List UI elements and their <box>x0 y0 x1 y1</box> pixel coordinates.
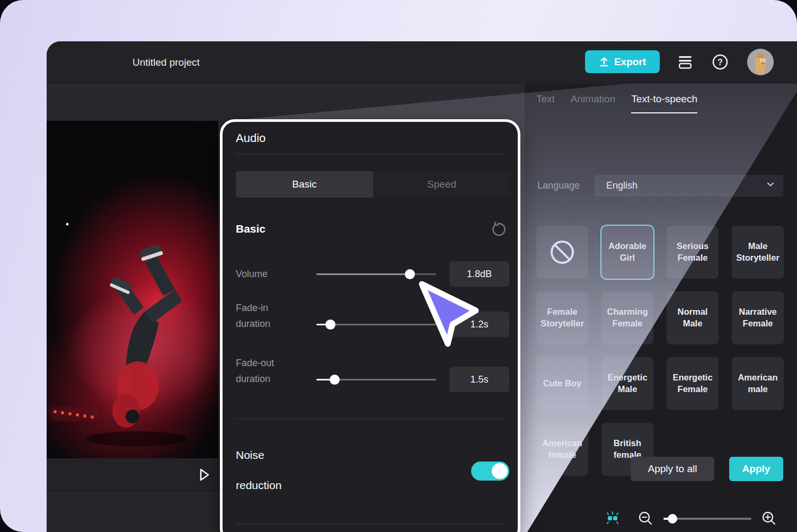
voice-tile-narrative-female[interactable]: Narrative Female <box>732 291 784 344</box>
volume-value[interactable]: 1.8dB <box>449 261 509 287</box>
divider <box>236 524 504 524</box>
voice-tile-american-female[interactable]: American female <box>536 423 588 476</box>
voice-tile-serious-female[interactable]: Serious Female <box>667 226 719 279</box>
tab-text[interactable]: Text <box>536 93 555 113</box>
project-title[interactable]: Untitled project <box>132 41 200 83</box>
reset-icon[interactable] <box>490 221 506 237</box>
volume-slider[interactable] <box>316 273 436 275</box>
voice-tile-american-male[interactable]: American male <box>732 357 784 410</box>
video-preview <box>47 121 218 458</box>
divider <box>236 419 504 419</box>
fade-in-label: Fade-in duration <box>236 300 299 332</box>
voice-tile-adorable-girl[interactable]: Adorable Girl <box>601 226 653 279</box>
apply-to-all-button[interactable]: Apply to all <box>631 457 714 481</box>
volume-slider-knob[interactable] <box>405 269 415 279</box>
basic-section-title: Basic <box>236 223 265 235</box>
tts-panel: Text Animation Text-to-speech Language E… <box>525 84 797 532</box>
fade-in-slider-knob[interactable] <box>325 320 335 330</box>
upload-icon <box>599 57 609 67</box>
voice-tile-charming-female[interactable]: Charming Female <box>601 291 653 344</box>
popup-title: Audio <box>236 131 265 145</box>
top-bar: Untitled project Export ? <box>47 41 797 83</box>
language-label: Language <box>537 180 580 191</box>
language-value: English <box>606 180 637 191</box>
fade-in-slider[interactable] <box>316 324 436 325</box>
fade-out-slider[interactable] <box>316 379 436 380</box>
voice-tile-none[interactable] <box>536 226 588 279</box>
voice-tile-energetic-female[interactable]: Energetic Female <box>667 357 719 410</box>
divider <box>236 154 504 154</box>
svg-text:?: ? <box>718 58 723 67</box>
menu-stack-icon[interactable] <box>676 53 694 71</box>
video-frame-art <box>47 121 218 458</box>
prohibition-icon <box>551 241 574 264</box>
timeline-zoom-slider[interactable] <box>663 510 751 527</box>
zoom-slider-knob[interactable] <box>668 514 677 524</box>
panel-tabs: Text Animation Text-to-speech <box>536 93 697 113</box>
audio-tabs: Basic Speed <box>236 171 510 198</box>
apply-button[interactable]: Apply <box>729 457 783 481</box>
fade-in-value[interactable]: 1.2s <box>449 312 509 337</box>
export-button[interactable]: Export <box>585 50 660 73</box>
voice-tile-male-storyteller[interactable]: Male Storyteller <box>732 226 784 279</box>
fit-to-timeline-icon[interactable] <box>604 510 621 527</box>
zoom-in-icon[interactable] <box>760 510 777 527</box>
tab-animation[interactable]: Animation <box>571 93 616 113</box>
play-button[interactable] <box>196 467 212 483</box>
voice-tile-normal-male[interactable]: Normal Male <box>667 291 719 344</box>
avatar[interactable] <box>747 49 774 75</box>
volume-label: Volume <box>236 266 268 282</box>
fade-out-label: Fade-out duration <box>236 355 299 387</box>
app-window: Text Animation Text-to-speech Language E… <box>47 41 797 532</box>
tab-text-to-speech[interactable]: Text-to-speech <box>631 93 697 113</box>
voice-tile-energetic-male[interactable]: Energetic Male <box>601 357 653 410</box>
language-dropdown[interactable]: English <box>595 175 783 197</box>
chevron-down-icon <box>766 180 775 191</box>
tab-basic[interactable]: Basic <box>236 171 373 198</box>
fade-out-slider-knob[interactable] <box>330 375 340 385</box>
timeline-zoom-bar <box>604 502 797 532</box>
tab-speed[interactable]: Speed <box>373 171 510 198</box>
help-icon[interactable]: ? <box>711 53 729 71</box>
zoom-out-icon[interactable] <box>637 510 654 527</box>
voice-tile-cute-boy[interactable]: Cute Boy <box>536 357 588 410</box>
export-label: Export <box>614 56 646 68</box>
voice-grid: Adorable GirlSerious FemaleMale Storytel… <box>536 226 785 476</box>
screenshot-root: Text Animation Text-to-speech Language E… <box>0 0 797 532</box>
noise-reduction-toggle[interactable] <box>471 462 509 481</box>
fade-out-value[interactable]: 1.5s <box>449 367 509 392</box>
audio-popup: Audio Basic Speed Basic Volume 1.8dB Fad… <box>220 119 520 532</box>
noise-reduction-label: Noise reduction <box>236 440 305 500</box>
voice-tile-female-storyteller[interactable]: Female Storyteller <box>536 291 588 344</box>
